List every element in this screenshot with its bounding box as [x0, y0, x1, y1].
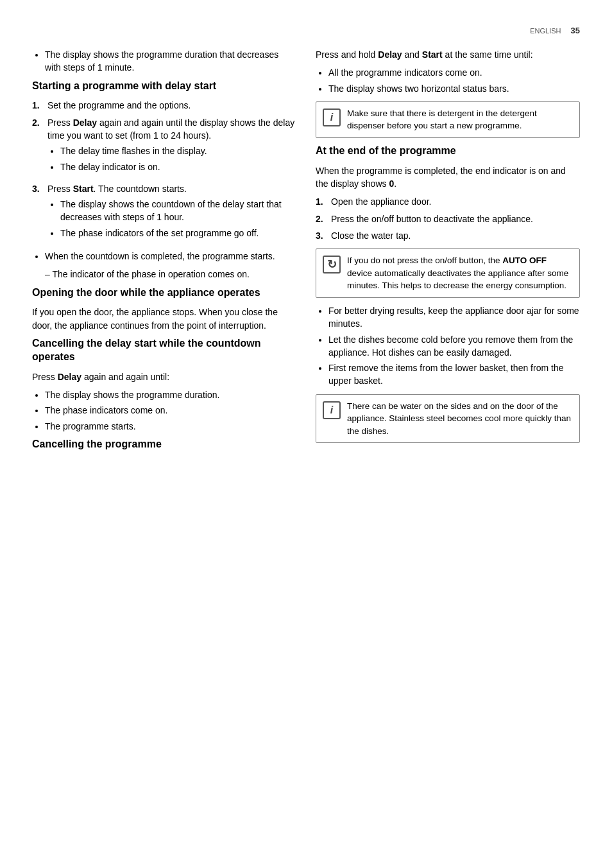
left-column: The display shows the programme duration…	[32, 48, 296, 842]
section-heading-starting: Starting a programme with delay start	[32, 80, 296, 93]
opening-door-body: If you open the door, the appliance stop…	[32, 306, 296, 332]
end-step-content-2: Press the on/off button to deactivate th…	[331, 213, 580, 225]
arrow-icon-autooff: ↻	[323, 256, 341, 273]
end-extra-bullets: For better drying results, keep the appl…	[328, 304, 580, 388]
section-heading-opening: Opening the door while the appliance ope…	[32, 286, 296, 300]
info-box-detergent: i Make sure that there is detergent in t…	[316, 101, 580, 138]
right-intro-bullet-2: The display shows two horizontal status …	[328, 82, 580, 95]
end-extra-bullet-3: First remove the items from the lower ba…	[328, 361, 580, 388]
end-step-num-1: 1.	[316, 195, 330, 208]
end-extra-bullet-1: For better drying results, keep the appl…	[328, 304, 580, 331]
right-column: Press and hold Delay and Start at the sa…	[316, 48, 580, 842]
page: ENGLISH 35 The display shows the program…	[0, 0, 612, 868]
section-heading-cancelling-delay: Cancelling the delay start while the cou…	[32, 337, 296, 364]
end-step-1: 1. Open the appliance door.	[316, 195, 580, 208]
section-heading-end: At the end of the programme	[316, 144, 580, 158]
info-icon-2: i	[323, 401, 341, 419]
end-step-content-3: Close the water tap.	[331, 229, 580, 242]
right-intro-bullets: All the programme indicators come on. Th…	[328, 66, 580, 95]
info-text-water: There can be water on the sides and on t…	[347, 400, 573, 438]
section-starting: Starting a programme with delay start 1.…	[32, 80, 296, 281]
starting-extra-1: When the countdown is completed, the pro…	[45, 250, 296, 263]
step2-sub-2: The delay indicator is on.	[60, 161, 296, 173]
step2-sub-1: The delay time flashes in the display.	[60, 144, 296, 157]
step3-sub-1: The display shows the countdown of the d…	[60, 198, 296, 224]
end-step-num-2: 2.	[316, 213, 330, 225]
starting-dash-1: The indicator of the phase in operation …	[45, 268, 296, 281]
step-num-3: 3.	[32, 182, 46, 245]
info-icon-1: i	[323, 108, 341, 126]
step-content-2: Press Delay again and again until the di…	[47, 116, 296, 178]
section-end-programme: At the end of the programme When the pro…	[316, 144, 580, 443]
cancelling-delay-bullets: The display shows the programme duration…	[45, 388, 296, 433]
step-num-2: 2.	[32, 116, 46, 178]
end-programme-steps: 1. Open the appliance door. 2. Press the…	[316, 195, 580, 242]
right-intro: Press and hold Delay and Start at the sa…	[316, 48, 580, 61]
step2-sub-bullets: The delay time flashes in the display. T…	[60, 144, 296, 173]
info-box-water: i There can be water on the sides and on…	[316, 394, 580, 444]
end-step-3: 3. Close the water tap.	[316, 229, 580, 242]
section-cancelling-delay: Cancelling the delay start while the cou…	[32, 337, 296, 433]
starting-dash-list: The indicator of the phase in operation …	[45, 268, 296, 281]
step3-sub-2: The phase indicators of the set programm…	[60, 227, 296, 239]
end-step-num-3: 3.	[316, 229, 330, 242]
step-content-1: Set the programme and the options.	[47, 99, 296, 112]
step3-sub-bullets: The display shows the countdown of the d…	[60, 198, 296, 239]
end-extra-bullet-2: Let the dishes become cold before you re…	[328, 333, 580, 360]
starting-step-1: 1. Set the programme and the options.	[32, 99, 296, 112]
cancel-delay-bullet-3: The programme starts.	[45, 420, 296, 433]
end-programme-body: When the programme is completed, the end…	[316, 164, 580, 191]
intro-bullet-list: The display shows the programme duration…	[45, 48, 296, 74]
step-content-3: Press Start. The countdown starts. The d…	[47, 182, 296, 245]
starting-step-2: 2. Press Delay again and again until the…	[32, 116, 296, 178]
step-num-1: 1.	[32, 99, 46, 112]
page-number: 35	[571, 26, 580, 35]
end-step-2: 2. Press the on/off button to deactivate…	[316, 213, 580, 225]
section-heading-cancelling-programme: Cancelling the programme	[32, 438, 296, 451]
starting-extra-bullets: When the countdown is completed, the pro…	[45, 250, 296, 263]
end-step-content-1: Open the appliance door.	[331, 195, 580, 208]
right-intro-bullet-1: All the programme indicators come on.	[328, 66, 580, 79]
page-header: ENGLISH 35	[32, 26, 580, 35]
info-text-autooff: If you do not press the on/off button, t…	[347, 254, 573, 292]
info-text-detergent: Make sure that there is detergent in the…	[347, 107, 573, 132]
cancelling-delay-intro: Press Delay again and again until:	[32, 370, 296, 383]
intro-bullet-item: The display shows the programme duration…	[45, 48, 296, 74]
starting-step-3: 3. Press Start. The countdown starts. Th…	[32, 182, 296, 245]
section-opening-door: Opening the door while the appliance ope…	[32, 286, 296, 332]
info-box-autooff: ↻ If you do not press the on/off button,…	[316, 248, 580, 298]
cancel-delay-bullet-2: The phase indicators come on.	[45, 404, 296, 417]
cancel-delay-bullet-1: The display shows the programme duration…	[45, 388, 296, 401]
language-label: ENGLISH	[530, 27, 561, 35]
section-cancelling-programme: Cancelling the programme	[32, 438, 296, 451]
starting-numbered-list: 1. Set the programme and the options. 2.…	[32, 99, 296, 245]
two-column-layout: The display shows the programme duration…	[32, 48, 580, 842]
